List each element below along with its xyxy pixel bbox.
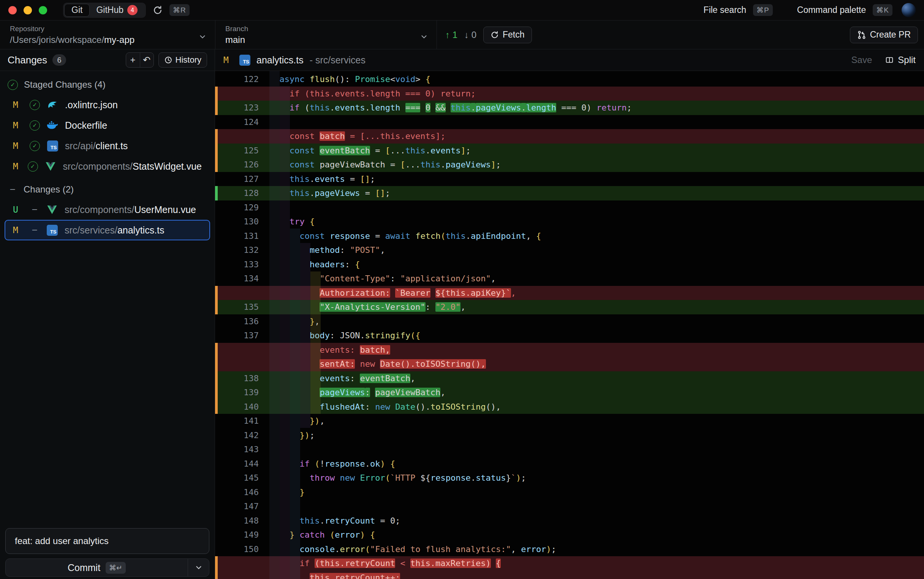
save-button[interactable]: Save (852, 55, 872, 65)
split-toggle[interactable]: Split (885, 55, 916, 65)
fetch-icon (490, 31, 499, 39)
line-number: 139 (215, 385, 263, 400)
check-circle-icon: ✓ (8, 80, 18, 90)
code-text: }, (263, 314, 924, 329)
line-number: 130 (215, 214, 263, 229)
file-row[interactable]: M✓src/components/StatsWidget.vue (5, 156, 210, 177)
code-text: events: eventBatch, (263, 371, 924, 386)
command-palette-shortcut: ⌘K (873, 4, 893, 16)
history-button[interactable]: History (159, 52, 207, 67)
create-pr-button[interactable]: Create PR (850, 26, 918, 43)
code-line: 143 (215, 442, 924, 457)
file-row[interactable]: M−TSsrc/services/analytics.ts (5, 220, 210, 240)
commit-area: Commit ⌘↵ (0, 528, 215, 577)
clock-icon (164, 56, 172, 64)
code-text: const batch = [...this.events]; (263, 129, 924, 144)
view-switcher: Git GitHub 4 (63, 3, 146, 18)
code-text: const eventBatch = [...this.events]; (263, 144, 924, 158)
changes-title: Changes (8, 54, 47, 66)
branch-selector[interactable]: Branch main (215, 21, 437, 49)
repository-selector[interactable]: Repository /Users/joris/workspace/my-app (0, 21, 215, 49)
file-status-letter: U (13, 204, 23, 214)
code-text: this.events = []; (263, 172, 924, 186)
line-number (215, 286, 263, 300)
line-number: 131 (215, 229, 263, 244)
code-line: 130 try { (215, 214, 924, 229)
window-close-button[interactable] (8, 6, 17, 15)
file-status-letter: M (13, 100, 23, 110)
staged-check-icon[interactable]: ✓ (29, 141, 40, 151)
file-row[interactable]: M✓.oxlintrc.json (5, 95, 210, 115)
commit-message-input[interactable] (5, 528, 209, 554)
file-row[interactable]: M✓TSsrc/api/client.ts (5, 136, 210, 156)
window-zoom-button[interactable] (39, 6, 47, 15)
file-search-button[interactable]: File search (704, 5, 746, 15)
file-status-letter: M (13, 161, 21, 171)
window-minimize-button[interactable] (23, 6, 32, 15)
staged-check-icon[interactable]: ✓ (28, 161, 38, 172)
file-row[interactable]: U−src/components/UserMenu.vue (5, 200, 210, 220)
modified-hunk-marker (215, 286, 218, 300)
split-view-icon (885, 56, 894, 64)
code-line: 133 headers: { (215, 257, 924, 272)
code-text: } catch (error) { (263, 528, 924, 542)
line-number: 128 (215, 186, 263, 200)
commit-options-button[interactable] (188, 559, 209, 576)
modified-hunk-marker (215, 300, 218, 314)
undo-button[interactable]: ↶ (140, 53, 154, 67)
chevron-down-icon (198, 33, 207, 41)
line-number: 150 (215, 542, 263, 557)
fetch-button[interactable]: Fetch (483, 26, 532, 43)
code-line: Authorization: `Bearer ${this.apiKey}`, (215, 286, 924, 300)
tab-git[interactable]: Git (65, 4, 89, 16)
code-line: sentAt: new Date().toISOString(), (215, 357, 924, 371)
modified-hunk-marker (215, 400, 218, 414)
line-number: 127 (215, 172, 263, 186)
file-search-shortcut: ⌘P (753, 4, 773, 16)
staged-check-icon[interactable]: ✓ (29, 100, 40, 110)
code-line: 123 if (this.events.length === 0 && this… (215, 101, 924, 115)
staged-section-header[interactable]: ✓ Staged Changes (4) (0, 75, 215, 95)
pull-request-icon (857, 30, 866, 39)
diff-editor: M TS analytics.ts - src/services Save Sp… (215, 49, 924, 579)
commit-button[interactable]: Commit ⌘↵ (6, 562, 188, 574)
code-line: 136 }, (215, 314, 924, 329)
unstaged-dash-icon[interactable]: − (29, 204, 39, 216)
line-number: 146 (215, 485, 263, 500)
vue-icon (46, 205, 58, 214)
code-line: 127 this.events = []; (215, 172, 924, 186)
user-avatar[interactable] (901, 3, 916, 17)
commit-label: Commit (68, 562, 100, 573)
file-row[interactable]: M✓Dockerfile (5, 115, 210, 136)
code-text: }), (263, 414, 924, 428)
code-text: if (this.events.length === 0) return; (263, 87, 924, 101)
line-number: 140 (215, 400, 263, 414)
vue-icon (45, 162, 56, 171)
code-text (263, 499, 924, 514)
typescript-icon: TS (239, 55, 251, 66)
code-line: 142 }); (215, 428, 924, 443)
typescript-icon: TS (46, 225, 58, 236)
staged-check-icon[interactable]: ✓ (29, 120, 40, 131)
stage-all-button[interactable]: + (126, 53, 140, 67)
commit-button-group: Commit ⌘↵ (5, 558, 209, 577)
unstaged-section-header[interactable]: − Changes (2) (0, 180, 215, 200)
unstaged-dash-icon[interactable]: − (29, 224, 39, 236)
code-text: throw new Error(`HTTP ${response.status}… (263, 471, 924, 485)
line-number (215, 357, 263, 371)
file-label: src/api/client.ts (65, 141, 128, 152)
refresh-icon[interactable] (151, 4, 164, 17)
code-line: 125 const eventBatch = [...this.events]; (215, 144, 924, 158)
code-line: 137 body: JSON.stringify({ (215, 329, 924, 343)
code-text (263, 115, 924, 129)
titlebar: Git GitHub 4 ⌘R File search ⌘P Command p… (0, 0, 924, 21)
code-line: if (this.events.length === 0) return; (215, 87, 924, 101)
changes-header: Changes 6 + ↶ History (0, 49, 215, 71)
repository-value: /Users/joris/workspace/my-app (10, 34, 205, 45)
line-number: 136 (215, 314, 263, 329)
command-palette-button[interactable]: Command palette (797, 5, 866, 15)
added-hunk-marker (215, 186, 218, 200)
app-window: Git GitHub 4 ⌘R File search ⌘P Command p… (0, 0, 924, 579)
commits-ahead: ↑ 1 (445, 29, 457, 40)
tab-github[interactable]: GitHub 4 (89, 4, 144, 16)
